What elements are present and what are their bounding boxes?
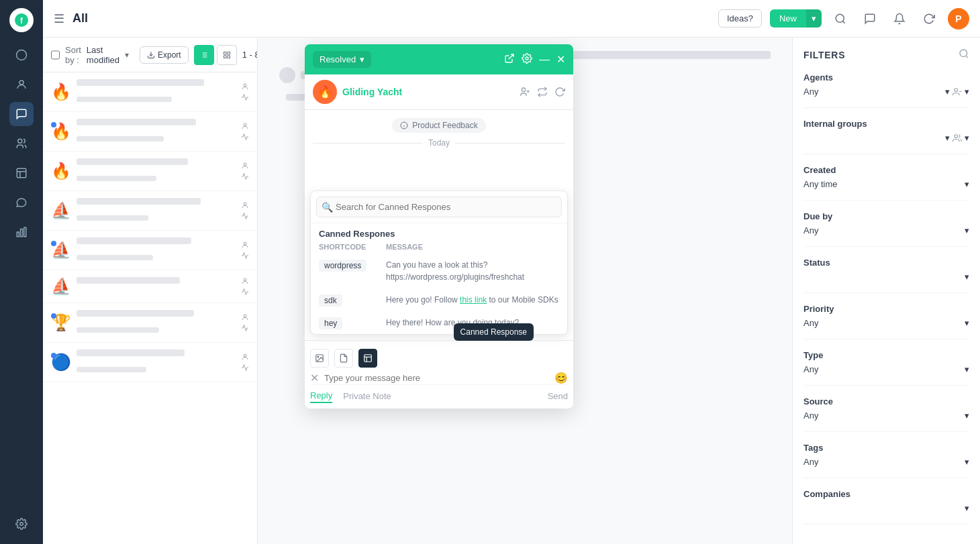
file-tool-button[interactable] [334, 349, 353, 368]
canned-message-sdk: Here you go! Follow this link to our Mob… [386, 294, 559, 306]
canned-response-tool-button[interactable] [358, 349, 377, 368]
grid-view-button[interactable] [217, 45, 237, 65]
filter-priority: Priority Any ▾ [803, 304, 969, 339]
minimize-icon[interactable]: — [539, 54, 550, 66]
canned-item-hey[interactable]: hey Hey there! How are you doing today? … [311, 311, 567, 334]
top-header: ☰ All Ideas? New ▾ P [43, 0, 980, 38]
user-avatar[interactable]: P [948, 8, 969, 30]
conv-item-4[interactable]: ⛵ [43, 191, 257, 231]
svg-rect-24 [224, 56, 226, 58]
svg-point-52 [954, 134, 958, 138]
chat-subheader-icons [520, 87, 565, 97]
refresh-icon-header[interactable] [918, 8, 940, 30]
new-button-chevron[interactable]: ▾ [806, 9, 822, 28]
conv-item-7[interactable]: 🏆 [43, 303, 257, 343]
chat-icon-header[interactable] [859, 8, 881, 30]
tab-private-note[interactable]: Private Note [343, 390, 391, 402]
filter-due-value[interactable]: Any ▾ [803, 225, 969, 235]
sidebar-icon-contacts[interactable] [9, 72, 34, 97]
bell-icon-header[interactable] [889, 8, 910, 30]
app-logo[interactable]: f [9, 8, 34, 32]
canned-item-wordpress[interactable]: wordpress Can you have a look at this? h… [311, 254, 567, 288]
export-button[interactable]: Export [140, 46, 189, 64]
unread-dot-2 [51, 122, 56, 127]
conv-name-skeleton [77, 79, 204, 86]
conv-item-6[interactable]: ⛵ [43, 270, 257, 303]
conv-item-2[interactable]: 🔥 [43, 112, 257, 152]
svg-point-31 [244, 242, 246, 245]
conv-item-5[interactable]: ⛵ [43, 231, 257, 270]
conv-item-1[interactable]: 🔥 [43, 72, 257, 112]
clear-input-button[interactable]: ✕ [310, 372, 319, 384]
settings-icon[interactable] [522, 53, 532, 66]
sidebar-icon-home[interactable] [9, 43, 34, 67]
filter-source-value[interactable]: Any ▾ [803, 411, 969, 421]
conv-avatar-3: 🔥 [51, 162, 71, 180]
product-feedback-badge: Product Feedback [392, 118, 485, 133]
ideas-button[interactable]: Ideas? [718, 9, 762, 28]
canned-link[interactable]: this link [460, 295, 487, 305]
sidebar-icon-reports[interactable] [9, 161, 34, 185]
select-all-checkbox[interactable] [51, 50, 60, 60]
conv-avatar-wrapper-2: 🔥 [51, 122, 71, 141]
sort-value[interactable]: Last modified [87, 45, 119, 65]
sidebar-icon-chat[interactable] [9, 191, 34, 215]
conv-toolbar: Sort by : Last modified ▾ Export [43, 38, 257, 72]
close-icon[interactable]: ✕ [556, 53, 565, 66]
filter-type-value[interactable]: Any ▾ [803, 364, 969, 374]
send-button[interactable]: Send [548, 391, 568, 401]
filter-companies-value[interactable]: ▾ [803, 503, 969, 513]
filter-search-icon[interactable] [959, 48, 969, 62]
message-input[interactable] [324, 373, 549, 383]
canned-search-input[interactable] [316, 197, 562, 217]
sidebar-icon-conversations[interactable] [9, 102, 34, 126]
sidebar-icon-people[interactable] [9, 131, 34, 156]
conv-main-panel: Resolved ▾ — ✕ [258, 38, 792, 544]
search-icon-header[interactable] [830, 8, 851, 30]
conv-item-3[interactable]: 🔥 [43, 152, 257, 191]
new-button[interactable]: New [770, 9, 806, 28]
canned-item-sdk[interactable]: sdk Here you go! Follow this link to our… [311, 288, 567, 311]
refresh-icon[interactable] [554, 87, 565, 97]
filter-groups-label: Internal groups [803, 119, 969, 129]
filters-title: FILTERS [803, 50, 845, 60]
tab-reply[interactable]: Reply [310, 389, 332, 403]
filter-created-value[interactable]: Any time ▾ [803, 179, 969, 189]
activity-icon [241, 93, 249, 101]
svg-line-35 [509, 54, 513, 59]
sidebar-icon-settings[interactable] [9, 512, 34, 536]
filter-due-label: Due by [803, 211, 969, 221]
conv-msg-skeleton [77, 97, 172, 102]
filters-header: FILTERS [803, 48, 969, 62]
menu-icon[interactable]: ☰ [54, 11, 64, 26]
resolved-badge[interactable]: Resolved ▾ [313, 51, 371, 68]
assign-icon[interactable] [520, 87, 530, 97]
filter-type-label: Type [803, 350, 969, 360]
svg-rect-10 [24, 227, 26, 237]
list-view-button[interactable] [194, 45, 214, 65]
filter-priority-value[interactable]: Any ▾ [803, 318, 969, 328]
filter-created: Created Any time ▾ [803, 165, 969, 201]
filter-created-label: Created [803, 165, 969, 175]
filter-agents-value[interactable]: Any ▾ ▾ [803, 87, 969, 97]
filter-status-value[interactable]: ▾ [803, 272, 969, 282]
filter-agents: Agents Any ▾ ▾ [803, 72, 969, 108]
transfer-icon[interactable] [537, 87, 548, 97]
sidebar-icon-analytics[interactable] [9, 220, 34, 244]
svg-point-37 [522, 88, 525, 91]
conv-item-8[interactable]: 🔵 [43, 343, 257, 382]
resolved-chevron-icon: ▾ [360, 54, 364, 64]
filter-tags-value[interactable]: Any ▾ [803, 457, 969, 467]
emoji-button[interactable]: 😊 [554, 372, 568, 384]
contact-avatar: 🔥 [313, 80, 337, 104]
canned-message-wordpress: Can you have a look at this? https://wor… [386, 259, 559, 283]
svg-point-50 [954, 88, 958, 91]
filter-groups-value[interactable]: ▾ ▾ [803, 133, 969, 143]
sort-chevron-icon[interactable]: ▾ [125, 50, 129, 60]
filter-internal-groups: Internal groups ▾ ▾ [803, 119, 969, 154]
canned-search-area: 🔍 [311, 191, 567, 223]
external-link-icon[interactable] [504, 53, 515, 66]
image-tool-button[interactable] [310, 349, 329, 368]
contact-name[interactable]: Gliding Yacht [342, 87, 402, 97]
svg-rect-23 [228, 56, 230, 58]
